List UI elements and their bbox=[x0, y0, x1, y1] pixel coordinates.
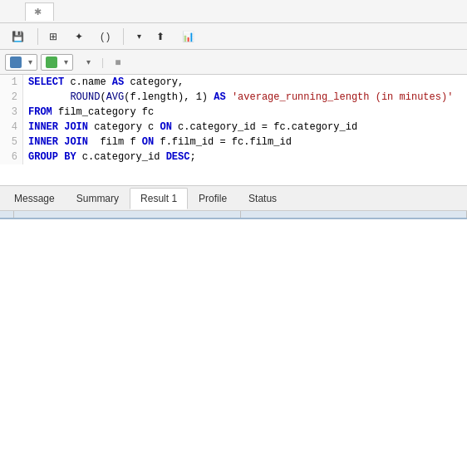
code-snippet-button[interactable]: ( ) bbox=[94, 27, 119, 46]
result-table-container[interactable] bbox=[0, 211, 467, 476]
code-line-4: 4 INNER JOIN category c ON c.category_id… bbox=[0, 120, 467, 135]
code-line-1: 1 SELECT c.name AS category, bbox=[0, 75, 467, 90]
chart-icon: 📊 bbox=[182, 31, 194, 42]
db-name-arrow: ▾ bbox=[64, 57, 68, 66]
toolbar: 💾 ⊞ ✦ ( ) ▾ ⬆ 📊 bbox=[0, 23, 467, 50]
code-line-2: 2 ROUND(AVG(f.length), 1) AS 'average_ru… bbox=[0, 90, 467, 105]
modified-icon: ✱ bbox=[34, 7, 42, 17]
query-builder-button[interactable]: ⊞ bbox=[42, 27, 66, 46]
toolbar-separator-2 bbox=[123, 28, 124, 45]
db-name-selector[interactable]: ▾ bbox=[41, 54, 73, 71]
code-editor[interactable]: 1 SELECT c.name AS category, 2 ROUND(AVG… bbox=[0, 75, 467, 186]
code-line-6: 6 GROUP BY c.category_id DESC; bbox=[0, 150, 467, 164]
query-tab[interactable]: ✱ bbox=[25, 2, 54, 21]
selectors-bar: ▾ ▾ ▾ | ■ bbox=[0, 50, 467, 75]
code-snippet-icon: ( ) bbox=[101, 31, 110, 42]
toolbar-separator-1 bbox=[37, 28, 38, 45]
chart-button[interactable]: 📊 bbox=[175, 27, 201, 46]
save-icon: 💾 bbox=[12, 31, 24, 42]
col-header-avg bbox=[240, 211, 467, 218]
save-button[interactable]: 💾 bbox=[5, 27, 33, 46]
stop-icon: ■ bbox=[115, 56, 120, 68]
col-header-category bbox=[14, 211, 241, 218]
objects-tab[interactable] bbox=[7, 8, 20, 15]
result-table bbox=[0, 211, 467, 219]
row-indicator-header bbox=[0, 211, 14, 218]
db-type-icon bbox=[10, 56, 22, 68]
tab-profile[interactable]: Profile bbox=[188, 188, 238, 209]
db-name-icon bbox=[46, 56, 57, 68]
tab-message[interactable]: Message bbox=[3, 188, 66, 209]
export-icon: ⬆ bbox=[156, 31, 165, 42]
explain-button[interactable] bbox=[134, 59, 149, 66]
text-button[interactable]: ▾ bbox=[128, 28, 148, 44]
separator-dot: | bbox=[101, 56, 104, 68]
run-arrow: ▾ bbox=[86, 57, 91, 66]
query-builder-icon: ⊞ bbox=[49, 31, 57, 42]
db-type-selector[interactable]: ▾ bbox=[5, 54, 37, 71]
run-button[interactable]: ▾ bbox=[76, 54, 98, 70]
tab-result1[interactable]: Result 1 bbox=[130, 188, 188, 209]
code-line-5: 5 INNER JOIN film f ON f.film_id = fc.fi… bbox=[0, 135, 467, 150]
export-button[interactable]: ⬆ bbox=[150, 27, 174, 46]
result-tabs: MessageSummaryResult 1ProfileStatus bbox=[0, 186, 467, 211]
db-type-arrow: ▾ bbox=[28, 57, 32, 66]
code-line-3: 3 FROM film_category fc bbox=[0, 105, 467, 120]
beautify-button[interactable]: ✦ bbox=[68, 27, 92, 46]
tab-status[interactable]: Status bbox=[238, 188, 288, 209]
table-header-row bbox=[0, 211, 467, 218]
stop-button[interactable]: ■ bbox=[107, 53, 130, 71]
tab-summary[interactable]: Summary bbox=[66, 188, 130, 209]
text-dropdown-arrow: ▾ bbox=[137, 32, 141, 41]
beautify-icon: ✦ bbox=[75, 31, 83, 42]
title-bar: ✱ bbox=[0, 0, 467, 23]
